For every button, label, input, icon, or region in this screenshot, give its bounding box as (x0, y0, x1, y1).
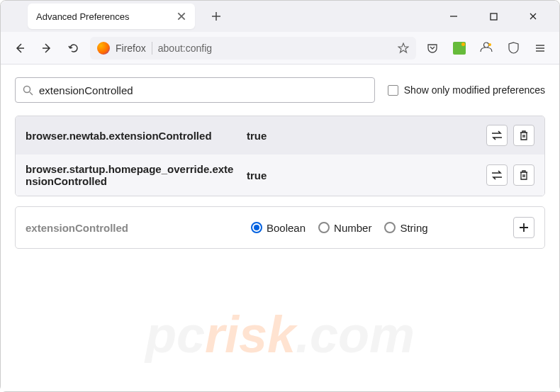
shield-icon (508, 42, 520, 54)
extension-icon (453, 42, 466, 55)
plus-icon (211, 11, 221, 21)
delete-button[interactable] (513, 125, 534, 146)
toggle-button[interactable] (486, 125, 508, 146)
close-tab-icon[interactable] (177, 11, 186, 21)
separator (152, 42, 152, 55)
back-button[interactable] (9, 38, 30, 59)
type-string-radio[interactable]: String (384, 222, 427, 234)
menu-button[interactable] (530, 38, 551, 59)
url-bar[interactable]: Firefox about:config (90, 37, 416, 60)
preference-name: browser.startup.homepage_override.extens… (26, 163, 238, 187)
reload-button[interactable] (63, 38, 84, 59)
toggle-arrows-icon (491, 170, 503, 180)
radio-selected-icon (251, 222, 262, 233)
add-preference-row: extensionControlled Boolean Number Strin… (15, 206, 545, 249)
protections-button[interactable] (503, 38, 524, 59)
hamburger-icon (534, 43, 546, 54)
type-label: String (400, 222, 427, 234)
search-icon (23, 85, 33, 96)
close-icon (529, 12, 537, 21)
pocket-button[interactable] (422, 38, 443, 59)
preference-list: browser.newtab.extensionControlled true … (15, 116, 545, 196)
identity-label: Firefox (116, 43, 146, 54)
new-preference-name: extensionControlled (26, 222, 238, 234)
trash-icon (519, 169, 529, 181)
toggle-arrows-icon (491, 130, 503, 140)
pocket-icon (427, 43, 438, 54)
show-modified-toggle[interactable]: Show only modified preferences (388, 84, 545, 96)
svg-rect-0 (491, 13, 497, 20)
radio-icon (318, 222, 330, 233)
firefox-logo-icon (97, 42, 110, 55)
watermark: pcrisk.com (145, 306, 415, 364)
new-tab-button[interactable] (206, 6, 226, 26)
reload-icon (68, 43, 79, 54)
extension-button[interactable] (449, 38, 470, 59)
delete-button[interactable] (513, 164, 534, 186)
preference-name: browser.newtab.extensionControlled (26, 130, 238, 142)
preference-value: true (247, 169, 478, 181)
minimize-icon (449, 12, 458, 21)
url-text: about:config (158, 43, 392, 54)
content-area: Show only modified preferences browser.n… (1, 65, 559, 391)
maximize-button[interactable] (478, 5, 508, 28)
navigation-toolbar: Firefox about:config (1, 32, 559, 65)
svg-point-2 (24, 86, 30, 92)
search-box[interactable] (15, 77, 375, 103)
type-label: Boolean (267, 222, 306, 234)
titlebar: Advanced Preferences (1, 1, 559, 32)
checkbox-icon (388, 85, 398, 96)
arrow-left-icon (14, 43, 26, 54)
bookmark-star-icon[interactable] (398, 43, 409, 54)
account-icon (480, 42, 493, 55)
type-number-radio[interactable]: Number (318, 222, 371, 234)
account-button[interactable] (476, 38, 497, 59)
browser-tab[interactable]: Advanced Preferences (28, 4, 195, 29)
close-window-button[interactable] (518, 5, 548, 28)
radio-icon (384, 222, 396, 233)
svg-point-1 (488, 43, 491, 46)
preference-value: true (247, 130, 478, 142)
maximize-icon (490, 13, 498, 21)
show-modified-label: Show only modified preferences (404, 84, 545, 96)
preference-row: browser.newtab.extensionControlled true (16, 116, 544, 155)
tab-title: Advanced Preferences (36, 11, 177, 22)
toggle-button[interactable] (486, 164, 508, 186)
add-preference-button[interactable] (513, 217, 534, 238)
type-boolean-radio[interactable]: Boolean (251, 222, 306, 234)
search-input[interactable] (39, 84, 367, 96)
minimize-button[interactable] (439, 5, 469, 28)
plus-icon (519, 223, 529, 233)
arrow-right-icon (41, 43, 52, 54)
preference-row: browser.startup.homepage_override.extens… (16, 155, 544, 196)
trash-icon (519, 130, 529, 141)
type-label: Number (334, 222, 371, 234)
forward-button[interactable] (36, 38, 57, 59)
